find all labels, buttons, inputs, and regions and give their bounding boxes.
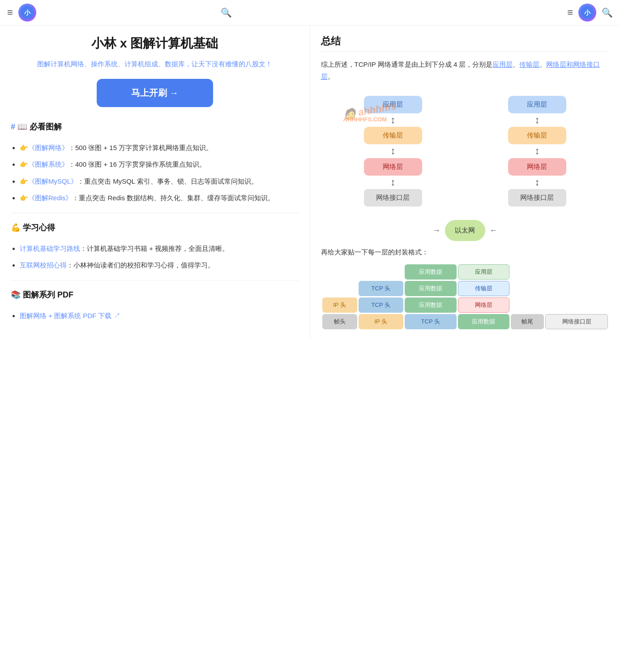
cell-tcp-head-3: TCP 头: [405, 314, 457, 329]
network-layer-right: 网络层: [508, 158, 566, 176]
arrow-down-r2: ↕: [534, 145, 539, 157]
cell-app-data-1: 应用数据: [405, 264, 457, 280]
section3-list: 图解网络 + 图解系统 PDF 下载 ↗: [11, 310, 299, 322]
encap-row-app: 应用数据 应用层: [322, 264, 608, 280]
search-right-icon[interactable]: 🔍: [602, 7, 613, 18]
app-layer-right: 应用层: [508, 96, 566, 113]
section3-title: 📚 图解系列 PDF: [11, 289, 299, 304]
list-item: 计算机基础学习路线：计算机基础学习书籍 + 视频推荐，全面且清晰。: [20, 243, 299, 254]
cell-netif-layer: 网络接口层: [545, 314, 608, 329]
list-item: 图解网络 + 图解系统 PDF 下载 ↗: [20, 310, 299, 322]
cell-network-layer: 网络层: [458, 297, 510, 313]
ethernet-row: → 以太网 ←: [321, 220, 610, 241]
arrow-down-r3: ↕: [534, 177, 539, 188]
logo-left-icon: 小: [21, 6, 34, 19]
encap-row-tcp: TCP 头 应用数据 传输层: [322, 281, 608, 296]
tuijie-xitong-link[interactable]: 《图解系统》: [28, 160, 68, 168]
logo-left[interactable]: 小: [18, 4, 36, 22]
hamburger-left-icon[interactable]: ≡: [7, 7, 13, 18]
cell-frame-head: 帧头: [322, 314, 357, 329]
summary-text: 综上所述，TCP/IP 网络通常是由上到下分成 4 层，分别是应用层、传输层、网…: [321, 58, 610, 82]
cell-frame-tail: 帧尾: [511, 314, 544, 329]
divider2: [11, 280, 299, 280]
net-diagram-columns: 应用层 ↕ 传输层 ↕ 网络层 ↕ 网络接口层 应用层 ↕ 传输层 ↕ 网络层 …: [321, 91, 610, 211]
cell-app-layer: 应用层: [458, 264, 510, 280]
cell-transport-layer: 传输层: [458, 281, 510, 296]
site-title: 小林 x 图解计算机基础: [11, 34, 299, 52]
svg-text:小: 小: [24, 9, 31, 16]
section2-list: 计算机基础学习路线：计算机基础学习书籍 + 视频推荐，全面且清晰。 互联网校招心…: [11, 243, 299, 271]
arrow-left-icon: ←: [490, 226, 498, 235]
list-item: 👉《图解MySQL》：重点突击 MySQL 索引、事务、锁、日志等面试常问知识。: [20, 176, 299, 187]
site-subtitle: 图解计算机网络、操作系统、计算机组成、数据库，让天下没有难懂的八股文！: [11, 58, 299, 70]
cell-tcp-head-2: TCP 头: [359, 297, 403, 313]
list-item: 👉《图解系统》：400 张图 + 16 万字贯穿操作系统重点知识。: [20, 159, 299, 170]
encap-spacer: [322, 264, 403, 280]
search-left-icon[interactable]: 🔍: [221, 7, 232, 18]
arrow-down-r1: ↕: [534, 114, 539, 126]
left-column: 小林 x 图解计算机基础 图解计算机网络、操作系统、计算机组成、数据库，让天下没…: [0, 26, 310, 340]
cell-app-data-2: 应用数据: [405, 281, 457, 296]
header: ≡ 小 ≡ 小 🔍 🔍: [0, 0, 620, 26]
cell-ip-head: IP 头: [322, 297, 357, 313]
logo-right[interactable]: 小: [578, 4, 596, 22]
cell-ip-head-2: IP 头: [359, 314, 403, 329]
network-diagram: 应用层 ↕ 传输层 ↕ 网络层 ↕ 网络接口层 应用层 ↕ 传输层 ↕ 网络层 …: [321, 91, 610, 241]
tuijie-mysql-link[interactable]: 《图解MySQL》: [28, 177, 77, 185]
transport-layer-left: 传输层: [364, 127, 422, 144]
netif-layer-left: 网络接口层: [364, 189, 422, 207]
tuijie-wangluo-link[interactable]: 《图解网络》: [28, 144, 68, 151]
list-item: 互联网校招心得：小林神仙读者们的校招和学习心得，值得学习。: [20, 259, 299, 271]
start-button[interactable]: 马上开刷 →: [97, 79, 213, 107]
cell-app-data-4: 应用数据: [458, 314, 510, 329]
divider1: [11, 213, 299, 213]
logo-right-icon: 小: [581, 6, 594, 19]
list-item: 👉《图解Redis》：重点突击 Redis 数据结构、持久化、集群、缓存等面试常…: [20, 192, 299, 204]
net-left-column: 应用层 ↕ 传输层 ↕ 网络层 ↕ 网络接口层: [362, 96, 424, 207]
section2-title: 💪 学习心得: [11, 222, 299, 237]
hamburger-right-icon[interactable]: ≡: [567, 7, 573, 18]
network-layer-left: 网络层: [364, 158, 422, 176]
ethernet-bubble: 以太网: [445, 220, 485, 241]
wangluo-link[interactable]: 网络层和网络接口层: [321, 60, 600, 80]
arrow-down-3: ↕: [390, 177, 395, 188]
encap-row-ip: IP 头 TCP 头 应用数据 网络层: [322, 297, 608, 313]
yingyong-link[interactable]: 应用层: [492, 60, 513, 68]
pdf-download-link[interactable]: 图解网络 + 图解系统 PDF 下载 ↗: [20, 312, 120, 319]
hash-icon: #: [11, 122, 15, 131]
cell-app-data-3: 应用数据: [405, 297, 457, 313]
tuijie-redis-link[interactable]: 《图解Redis》: [28, 194, 72, 202]
svg-text:小: 小: [584, 9, 591, 16]
cell-tcp-head: TCP 头: [359, 281, 403, 296]
encap-table: 应用数据 应用层 TCP 头 应用数据 传输层 IP 头 TCP 头 应用数据 …: [321, 263, 610, 331]
app-layer-left: 应用层: [364, 96, 422, 113]
encap-spacer2: [322, 281, 357, 296]
netif-layer-right: 网络接口层: [508, 189, 566, 207]
header-left: ≡ 小: [7, 4, 310, 22]
section1-list: 👉《图解网络》：500 张图 + 15 万字贯穿计算机网络重点知识。 👉《图解系…: [11, 142, 299, 204]
xiaozhao-link[interactable]: 互联网校招心得: [20, 261, 67, 269]
list-item: 👉《图解网络》：500 张图 + 15 万字贯穿计算机网络重点知识。: [20, 142, 299, 154]
chuanshun-link[interactable]: 传输层: [519, 60, 539, 68]
arrow-down-1: ↕: [390, 114, 395, 126]
header-right: ≡ 小 🔍: [310, 4, 613, 22]
section1-title: # 📖 必看图解: [11, 121, 299, 136]
encap-title: 再给大家贴一下每一层的封装格式：: [321, 248, 610, 257]
transport-layer-right: 传输层: [508, 127, 566, 144]
net-right-column: 应用层 ↕ 传输层 ↕ 网络层 ↕ 网络接口层: [506, 96, 569, 207]
right-column: 总结 综上所述，TCP/IP 网络通常是由上到下分成 4 层，分别是应用层、传输…: [310, 26, 620, 340]
main-container: 小林 x 图解计算机基础 图解计算机网络、操作系统、计算机组成、数据库，让天下没…: [0, 26, 620, 340]
xuexi-luzhi-link[interactable]: 计算机基础学习路线: [20, 245, 80, 252]
summary-title: 总结: [321, 34, 610, 52]
arrow-down-2: ↕: [390, 145, 395, 157]
arrow-right-icon: →: [432, 226, 440, 235]
encap-row-frame: 帧头 IP 头 TCP 头 应用数据 帧尾 网络接口层: [322, 314, 608, 329]
